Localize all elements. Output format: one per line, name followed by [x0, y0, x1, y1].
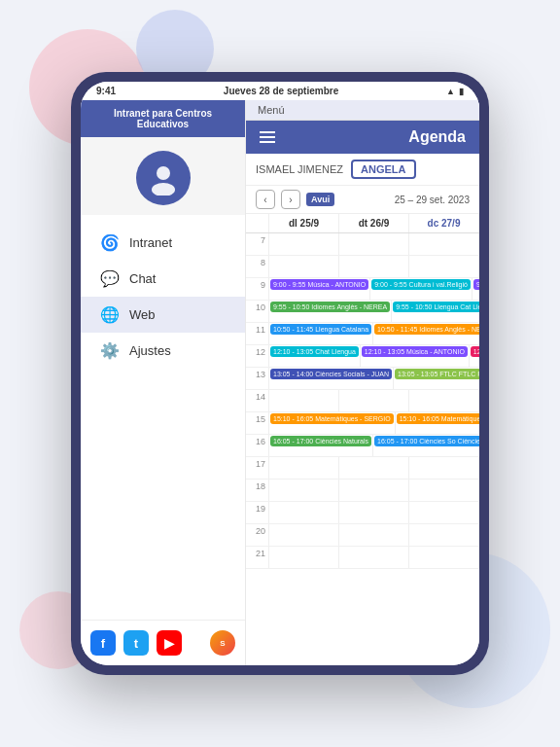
event-block[interactable]: 9:55 - 10:50 Idiomes Anglès - NEREA: [270, 302, 390, 312]
event-block[interactable]: 15:10 - 16:05 Matemàtiques - SERGIO: [397, 413, 479, 424]
event-block[interactable]: 12:10 - 13:05 Chat Llengua: [270, 346, 359, 357]
event-cell-h17-d2: [409, 457, 479, 479]
status-date: Jueves 28 de septiembre: [224, 86, 338, 96]
event-block[interactable]: 12:10 - 13:05 Educació Física - St...: [471, 346, 479, 357]
wifi-icon: ▲: [446, 87, 455, 96]
menu-bar: Menú: [246, 100, 479, 121]
event-cell-h7-d2: [409, 233, 479, 255]
event-block[interactable]: 15:10 - 16:05 Matemàtiques - SERGIO: [270, 413, 394, 424]
intranet-icon: 🌀: [100, 233, 120, 252]
battery-icon: ▮: [459, 87, 464, 96]
cal-row-18: 18: [246, 480, 479, 502]
avatar[interactable]: [136, 151, 191, 205]
week-nav: ‹ › Avui 25 – 29 set. 2023: [246, 186, 479, 214]
cal-row-21: 21: [246, 547, 479, 569]
tabs-row: ISMAEL JIMENEZ ANGELA: [246, 154, 479, 186]
event-block[interactable]: 16:05 - 17:00 Ciències Naturals: [270, 436, 371, 446]
cal-row-9: 99:00 - 9:55 Música - ANTONIO9:00 - 9:55…: [246, 278, 479, 301]
event-block[interactable]: 13:05 - 13:05 FTLC FTLC FTLC FTLC: [395, 369, 479, 379]
cal-row-11: 1110:50 - 11:45 Llengua Catalana10:50 - …: [246, 323, 479, 345]
sidebar-item-web[interactable]: 🌐 Web: [81, 297, 245, 333]
event-cell-h18-d1: [339, 480, 409, 501]
time-cell-8: 8: [246, 256, 269, 277]
agenda-title: Agenda: [408, 128, 466, 146]
sidebar-label-chat: Chat: [129, 271, 156, 286]
event-cell-h9-d1: 9:00 - 9:55 Cultura i val.Religió: [370, 278, 472, 300]
svg-point-1: [152, 183, 175, 196]
sidebar-nav: 🌀 Intranet💬 Chat🌐 Web⚙️ Ajustes: [81, 215, 245, 620]
time-cell-10: 10: [246, 301, 269, 322]
event-cell-h15-d1: 15:10 - 16:05 Matemàtiques - SERGIO: [396, 412, 479, 434]
facebook-link[interactable]: f: [90, 630, 116, 656]
sidebar-item-chat[interactable]: 💬 Chat: [81, 261, 245, 297]
sidebar-item-ajustes[interactable]: ⚙️ Ajustes: [81, 333, 245, 369]
status-icons: ▲ ▮: [446, 87, 464, 96]
sidebar-header: Intranet para Centros Educativos: [81, 100, 245, 137]
event-cell-h14-d1: [339, 390, 409, 411]
event-cell-h18-d2: [409, 480, 479, 501]
cal-row-19: 19: [246, 502, 479, 524]
status-bar: 9:41 Jueves 28 de septiembre ▲ ▮: [81, 82, 479, 100]
event-cell-h8-d2: [409, 256, 479, 277]
tab-angela[interactable]: ANGELA: [351, 160, 415, 179]
menu-label: Menú: [258, 104, 285, 116]
tab-ismael[interactable]: ISMAEL JIMENEZ: [256, 163, 343, 175]
event-block[interactable]: 9:00 - 9:55 Cultura i val.Religió: [371, 279, 471, 290]
event-cell-h21-d2: [409, 547, 479, 568]
sidebar-label-intranet: Intranet: [129, 235, 172, 250]
event-cell-h12-d2: 12:10 - 13:05 Educació Física - St...: [470, 345, 479, 367]
youtube-link[interactable]: ▶: [157, 630, 182, 656]
event-cell-h19-d0: [269, 502, 339, 523]
event-cell-h17-d1: [339, 457, 409, 479]
app-layout: Intranet para Centros Educativos 🌀 Intra…: [81, 100, 479, 665]
time-cell-13: 13: [246, 368, 269, 389]
event-block[interactable]: 13:05 - 14:00 Ciències Socials - JUAN: [270, 369, 392, 379]
event-block[interactable]: 16:05 - 17:00 Ciències So Ciències: [374, 436, 479, 446]
cal-row-10: 109:55 - 10:50 Idiomes Anglès - NEREA9:5…: [246, 301, 479, 323]
event-block[interactable]: 10:50 - 11:45 Idiomes Anglès - NEREA: [374, 324, 479, 335]
event-block[interactable]: 9:55 - 10:50 Llengua Cat Llengua: [393, 302, 479, 312]
event-cell-h14-d2: [409, 390, 479, 411]
time-cell-20: 20: [246, 524, 269, 546]
event-block[interactable]: 12:10 - 13:05 Música - ANTONIO: [362, 346, 468, 357]
cal-row-14: 14: [246, 390, 479, 412]
event-cell-h20-d2: [409, 524, 479, 546]
week-range: 25 – 29 set. 2023: [395, 195, 470, 205]
hamburger-menu[interactable]: [260, 131, 275, 143]
sidebar-item-intranet[interactable]: 🌀 Intranet: [81, 225, 245, 261]
event-cell-h21-d1: [339, 547, 409, 568]
event-cell-h12-d1: 12:10 - 13:05 Música - ANTONIO: [361, 345, 470, 367]
cal-row-16: 1616:05 - 17:00 Ciències Naturals16:05 -…: [246, 435, 479, 457]
prev-week-btn[interactable]: ‹: [256, 190, 275, 209]
time-cell-18: 18: [246, 480, 269, 501]
time-cell-11: 11: [246, 323, 269, 344]
calendar-header: dl 25/9 dt 26/9 dc 27/9: [246, 214, 479, 233]
calendar-body: 7899:00 - 9:55 Música - ANTONIO9:00 - 9:…: [246, 233, 479, 569]
event-cell-h19-d2: [409, 502, 479, 523]
avatar-area: [81, 137, 245, 215]
event-block[interactable]: 9:00 - 9:55 Idiomes Anglès - NER: [473, 279, 479, 290]
event-block[interactable]: 10:50 - 11:45 Llengua Catalana: [270, 324, 371, 335]
event-cell-h17-d0: [269, 457, 339, 479]
time-cell-12: 12: [246, 345, 269, 367]
time-cell-14: 14: [246, 390, 269, 411]
sidebar-footer: f t ▶ S: [81, 620, 245, 665]
event-cell-h11-d1: 10:50 - 11:45 Idiomes Anglès - NEREA: [373, 323, 479, 344]
event-cell-h16-d1: 16:05 - 17:00 Ciències So Ciències: [373, 435, 479, 456]
calendar-grid: dl 25/9 dt 26/9 dc 27/9 7899:00 - 9:55 M…: [246, 214, 479, 665]
event-cell-h10-d1: 9:55 - 10:50 Llengua Cat Llengua: [392, 301, 479, 322]
event-cell-h20-d1: [339, 524, 409, 546]
today-badge[interactable]: Avui: [306, 193, 334, 206]
event-cell-h13-d1: 13:05 - 13:05 FTLC FTLC FTLC FTLC: [394, 368, 479, 389]
tablet-frame: 9:41 Jueves 28 de septiembre ▲ ▮ Intrane…: [71, 72, 489, 675]
tablet-screen: 9:41 Jueves 28 de septiembre ▲ ▮ Intrane…: [81, 82, 479, 665]
next-week-btn[interactable]: ›: [281, 190, 300, 209]
chat-icon: 💬: [100, 269, 120, 288]
app-logo: S: [210, 630, 235, 656]
event-cell-h21-d0: [269, 547, 339, 568]
twitter-link[interactable]: t: [123, 630, 149, 656]
event-cell-h8-d0: [269, 256, 339, 277]
time-cell-21: 21: [246, 547, 269, 568]
event-block[interactable]: 9:00 - 9:55 Música - ANTONIO: [270, 279, 368, 290]
event-cell-h9-d0: 9:00 - 9:55 Música - ANTONIO: [269, 278, 370, 300]
